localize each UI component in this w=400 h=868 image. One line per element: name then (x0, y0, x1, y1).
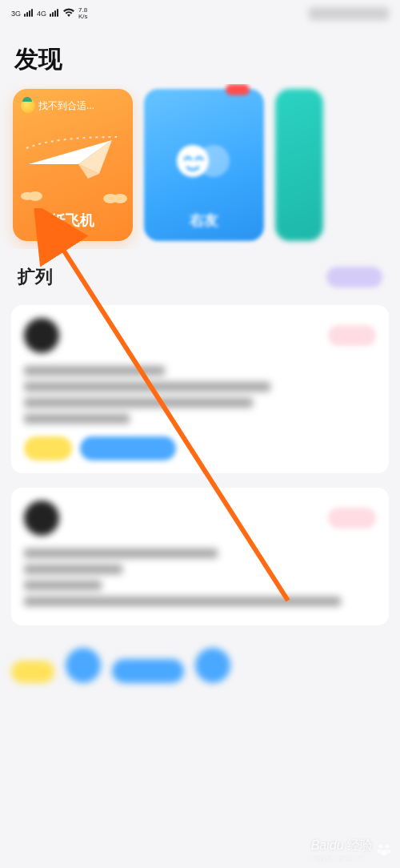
emoji-icon (21, 98, 35, 113)
network-label-3g: 3G (11, 10, 21, 18)
watermark-suffix: 经验 (347, 838, 373, 852)
bottom-tags-blurred (0, 648, 400, 691)
network-speed: 7.8 K/s (78, 7, 88, 20)
section-title: 扩列 (18, 265, 53, 289)
new-badge (226, 84, 250, 95)
section-header: 扩列 (0, 249, 400, 297)
network-label-4g: 4G (37, 10, 46, 18)
watermark-sub: jingyan.baidu.cn (311, 854, 373, 862)
svg-point-15 (381, 850, 387, 856)
card-friends[interactable]: 右友 (144, 89, 264, 241)
card-label: 右友 (144, 211, 264, 230)
wifi-icon (62, 8, 75, 19)
svg-point-14 (387, 850, 390, 853)
card-tagline: 找不到合适... (38, 99, 94, 113)
post-text-blurred (24, 366, 376, 424)
like-button-blurred[interactable] (328, 325, 376, 346)
svg-point-6 (113, 194, 127, 203)
feed-item[interactable] (11, 488, 389, 625)
signal-bars-icon (24, 9, 34, 18)
svg-point-11 (379, 845, 383, 849)
status-bar: 3G 4G 7.8 K/s (0, 0, 400, 24)
discover-cards-row: 找不到合适... 纸飞机 右友 (0, 84, 400, 249)
watermark: Baidu 经验 jingyan.baidu.cn (311, 838, 392, 862)
speed-unit: K/s (78, 13, 88, 20)
svg-point-12 (386, 845, 390, 849)
card-teal[interactable] (275, 89, 323, 241)
svg-point-13 (378, 850, 381, 853)
avatar[interactable] (24, 500, 59, 536)
section-action-blurred[interactable] (326, 267, 382, 287)
avatar[interactable] (24, 318, 59, 353)
face-icon (144, 143, 264, 182)
feed-list (0, 297, 400, 648)
like-button-blurred[interactable] (328, 508, 376, 528)
watermark-brand: Baidu (311, 838, 344, 852)
status-left: 3G 4G 7.8 K/s (11, 7, 88, 20)
paper-plane-icon (22, 132, 123, 188)
page-title: 发现 (0, 24, 400, 84)
card-label: 纸飞机 (13, 211, 133, 230)
svg-point-8 (198, 145, 230, 177)
feed-item[interactable] (11, 305, 389, 473)
status-right-blurred (309, 7, 389, 20)
signal-bars-icon (50, 9, 59, 18)
paw-icon (376, 842, 392, 858)
post-tags-blurred (24, 436, 376, 460)
card-header: 找不到合适... (21, 98, 125, 113)
post-text-blurred (24, 549, 376, 606)
card-paper-plane[interactable]: 找不到合适... 纸飞机 (13, 89, 133, 241)
svg-point-4 (28, 191, 42, 201)
